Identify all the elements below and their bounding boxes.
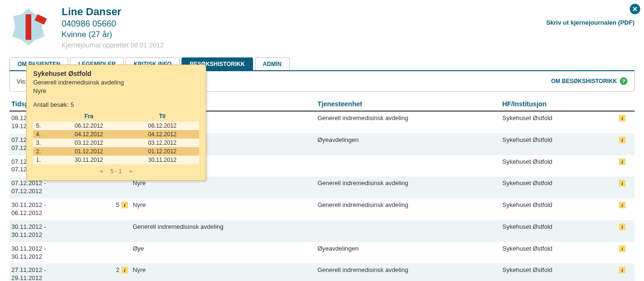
popover-visits-count: Antall besøk: 5 (33, 101, 199, 108)
popover-cell-num: 1. (33, 157, 52, 163)
cell-hf: Sykehuset Østfold (502, 158, 611, 165)
cell-enhet: Generell indremedisinsk avdeling (133, 223, 317, 230)
help-icon: ? (620, 77, 627, 85)
cell-enhet: Øye (133, 245, 317, 252)
cell-tidsperiode: 30.11.2012 -30.11.2012 (9, 245, 104, 261)
cell-tjenesteenhet: Generell indremedisinsk avdeling (317, 114, 502, 122)
tab-admin[interactable]: ADMIN (255, 57, 290, 70)
table-row[interactable]: 30.11.2012 -30.11.2012Generell indremedi… (9, 220, 635, 242)
popover-cell-fra: 04.12.2012 (52, 131, 126, 138)
cell-hf: Sykehuset Østfold (502, 179, 611, 187)
info-icon[interactable]: i (619, 202, 626, 208)
pager-next[interactable]: » (129, 168, 132, 175)
cell-hf: Sykehuset Østfold (502, 114, 611, 122)
cell-hf: Sykehuset Østfold (502, 245, 611, 252)
cell-tidsperiode: 07.12.2012 -07.12.2012 (9, 179, 104, 196)
svg-rect-0 (26, 14, 31, 40)
info-icon[interactable]: i (619, 224, 626, 230)
popover-cell-til: 30.11.2012 (126, 157, 199, 163)
vis-label: Vis: (17, 78, 27, 85)
popover-row: 5.06.12.201206.12.2012 (33, 122, 199, 130)
cell-info: i (611, 136, 630, 143)
popover-cell-num: 4. (33, 131, 52, 138)
popover-sub2: Nyre (33, 87, 199, 95)
col-hf-institusjon[interactable]: HF/Institusjon (502, 100, 611, 108)
info-icon[interactable]: i (619, 180, 626, 187)
popover-row: 2.01.12.201201.12.2012 (33, 147, 199, 156)
patient-name: Line Danser (62, 6, 164, 18)
info-icon[interactable]: i (619, 115, 626, 122)
cell-tidsperiode: 30.11.2012 -30.11.2012 (9, 223, 104, 239)
popover-cell-num: 5. (33, 122, 52, 129)
cell-tjenesteenhet: Generell indremedisinsk avdeling (317, 179, 502, 187)
print-pdf-link[interactable]: Skriv ut kjernejournalen (PDF) (546, 19, 635, 26)
popover-cell-til: 01.12.2012 (126, 148, 199, 155)
cell-tjenesteenhet: Øyeavdelingen (317, 245, 502, 252)
info-icon[interactable]: i (619, 267, 626, 273)
app-container: ✕ Line Danser 040986 05660 Kvinne (27 år… (0, 0, 644, 281)
cell-info: i (611, 179, 630, 187)
popover-cell-num: 2. (33, 148, 52, 155)
popover-sub1: Generell indremedisinsk avdeling (33, 78, 199, 87)
col-tjenesteenhet[interactable]: Tjenesteenhet (317, 100, 502, 108)
patient-info: Line Danser 040986 05660 Kvinne (27 år) … (62, 6, 164, 49)
cell-info: i (611, 266, 630, 273)
popover-row: 1.30.11.201230.11.2012 (33, 156, 199, 164)
cell-info: i (611, 158, 630, 165)
patient-gender-age: Kvinne (27 år) (62, 30, 164, 39)
popover-row: 4.04.12.201204.12.2012 (33, 130, 199, 139)
patient-created: Kjernejournal opprettet 08.01.2012 (62, 41, 164, 49)
cell-tjenesteenhet: Generell indremedisinsk avdeling (317, 201, 502, 208)
table-row[interactable]: 30.11.2012 -06.12.20125iNyreGenerell ind… (9, 198, 635, 220)
info-icon[interactable]: i (121, 202, 128, 208)
popover-cell-fra: 01.12.2012 (52, 148, 126, 155)
cell-info: i (611, 201, 630, 208)
cell-info: i (611, 223, 630, 230)
table-row[interactable]: 27.11.2012 -29.11.20122iNyreGenerell ind… (9, 263, 635, 281)
info-icon[interactable]: i (619, 245, 626, 252)
cell-hf: Sykehuset Østfold (502, 136, 611, 143)
popover-cell-til: 04.12.2012 (126, 131, 199, 138)
cell-enhet: Nyre (133, 201, 317, 208)
header: Line Danser 040986 05660 Kvinne (27 år) … (9, 6, 635, 49)
cell-tidsperiode: 27.11.2012 -29.11.2012 (9, 266, 104, 281)
cell-hf: Sykehuset Østfold (502, 223, 611, 230)
cell-hf: Sykehuset Østfold (502, 266, 611, 273)
cell-tjenesteenhet: Øyeavdelingen (317, 136, 502, 143)
popover-table: Fra Til 5.06.12.201206.12.20124.04.12.20… (33, 112, 199, 164)
cell-enhet: Nyre (133, 266, 317, 273)
cell-tjenesteenhet: Generell indremedisinsk avdeling (317, 266, 502, 273)
popover-title: Sykehuset Østfold (33, 70, 199, 77)
table-row[interactable]: 30.11.2012 -30.11.2012ØyeØyeavdelingenSy… (9, 242, 635, 264)
popover-col-til: Til (126, 113, 199, 120)
popover-row: 3.03.12.201203.12.2012 (33, 139, 199, 147)
cell-count: 2i (104, 266, 133, 273)
popover-cell-fra: 30.11.2012 (52, 157, 126, 163)
logo-icon (9, 6, 47, 46)
patient-ssn: 040986 05660 (62, 19, 164, 29)
popover-cell-til: 03.12.2012 (126, 140, 199, 146)
popover-cell-til: 06.12.2012 (126, 122, 199, 129)
cell-info: i (611, 114, 630, 122)
info-icon[interactable]: i (619, 137, 626, 143)
cell-info: i (611, 245, 630, 252)
popover-cell-fra: 03.12.2012 (52, 140, 126, 146)
popover-cell-fra: 06.12.2012 (52, 122, 126, 129)
info-icon[interactable]: i (121, 267, 128, 273)
about-history-label: OM BESØKSHISTORIKK (551, 78, 617, 84)
popover-pager: « 5 - 1 » (33, 168, 199, 175)
pager-text: 5 - 1 (110, 168, 122, 175)
visit-popover: Sykehuset Østfold Generell indremedisins… (26, 65, 206, 181)
cell-tidsperiode: 30.11.2012 -06.12.2012 (9, 201, 104, 217)
popover-table-head: Fra Til (33, 112, 199, 122)
popover-col-fra: Fra (52, 113, 126, 120)
cell-count: 5i (104, 201, 133, 208)
pager-prev[interactable]: « (100, 168, 103, 175)
popover-cell-num: 3. (33, 140, 52, 146)
about-history-link[interactable]: OM BESØKSHISTORIKK ? (551, 77, 627, 85)
popover-rows: 5.06.12.201206.12.20124.04.12.201204.12.… (33, 122, 199, 164)
info-icon[interactable]: i (619, 159, 626, 165)
cell-hf: Sykehuset Østfold (502, 201, 611, 208)
